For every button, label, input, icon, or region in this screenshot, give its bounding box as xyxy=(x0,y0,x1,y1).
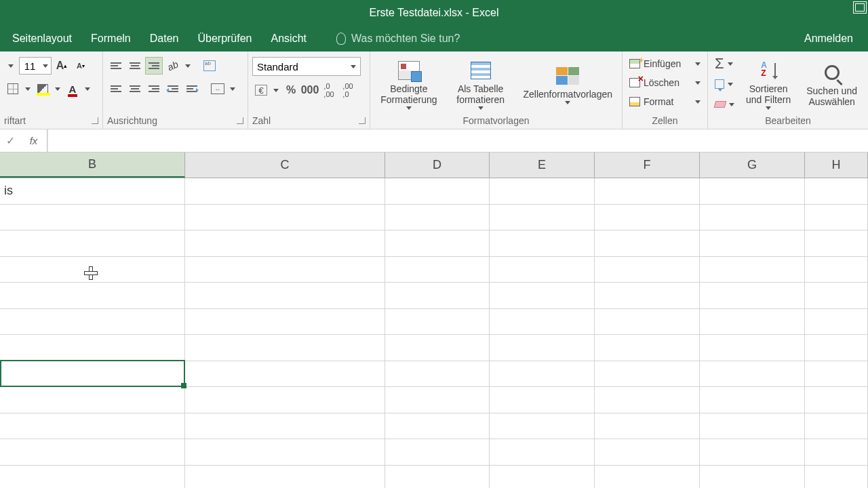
cell[interactable] xyxy=(700,309,805,335)
cell[interactable] xyxy=(0,205,185,230)
wrap-text-button[interactable] xyxy=(201,57,218,75)
cell[interactable] xyxy=(385,309,490,335)
tab-daten[interactable]: Daten xyxy=(140,26,189,52)
sort-filter-button[interactable]: Sortieren und Filtern xyxy=(740,58,797,111)
cell[interactable] xyxy=(185,335,385,361)
find-select-button[interactable]: Suchen und Auswählen xyxy=(800,60,864,108)
cell[interactable] xyxy=(490,439,595,465)
cell[interactable] xyxy=(385,205,490,230)
cell[interactable] xyxy=(700,466,805,489)
cell[interactable] xyxy=(805,178,868,204)
cell[interactable] xyxy=(805,230,868,256)
cell[interactable] xyxy=(0,283,185,308)
font-color-button[interactable]: A xyxy=(64,80,81,98)
cell[interactable] xyxy=(185,230,385,256)
cell[interactable] xyxy=(805,335,868,361)
cell[interactable] xyxy=(0,387,185,413)
column-header-B[interactable]: B xyxy=(0,152,185,178)
align-left-button[interactable] xyxy=(107,80,125,98)
cell[interactable] xyxy=(595,439,700,465)
column-header-C[interactable]: C xyxy=(185,152,385,178)
fill-color-dropdown[interactable] xyxy=(53,80,62,98)
borders-dropdown[interactable] xyxy=(23,80,33,98)
sign-in-link[interactable]: Anmelden xyxy=(792,33,865,45)
insert-cells-button[interactable]: Einfügen xyxy=(627,54,703,73)
cell[interactable] xyxy=(805,283,868,308)
cell[interactable] xyxy=(385,230,490,256)
cell-styles-button[interactable]: Zellenformatvorlagen xyxy=(517,63,618,106)
column-header-D[interactable]: D xyxy=(385,152,490,178)
conditional-formatting-button[interactable]: Bedingte Formatierung xyxy=(374,58,443,111)
cell[interactable] xyxy=(595,309,700,335)
decrease-indent-button[interactable] xyxy=(164,80,182,98)
increase-indent-button[interactable] xyxy=(183,80,201,98)
merge-center-button[interactable]: ↔ xyxy=(209,80,226,98)
tab-ansicht[interactable]: Ansicht xyxy=(262,26,316,52)
cell[interactable] xyxy=(700,439,805,465)
cell[interactable] xyxy=(385,361,490,387)
align-bottom-button[interactable] xyxy=(145,57,163,75)
autosum-button[interactable]: Σ xyxy=(712,56,737,72)
cell[interactable] xyxy=(385,466,490,489)
font-dialog-launcher[interactable] xyxy=(92,117,98,124)
font-name-dropdown[interactable] xyxy=(4,57,18,75)
cell[interactable] xyxy=(385,413,490,439)
cell[interactable] xyxy=(595,178,700,204)
cell[interactable] xyxy=(700,413,805,439)
cell[interactable] xyxy=(490,335,595,361)
cell[interactable] xyxy=(805,439,868,465)
cell[interactable] xyxy=(0,466,185,489)
cell[interactable] xyxy=(185,178,385,204)
cell[interactable] xyxy=(185,466,385,489)
cell[interactable] xyxy=(595,205,700,230)
cell[interactable] xyxy=(185,205,385,230)
cell[interactable] xyxy=(385,257,490,283)
cell[interactable] xyxy=(805,387,868,413)
clear-button[interactable] xyxy=(712,96,737,113)
restore-window-button[interactable] xyxy=(853,1,867,14)
cell[interactable] xyxy=(0,230,185,256)
cell[interactable] xyxy=(700,361,805,387)
tab-seitenlayout[interactable]: Seitenlayout xyxy=(3,26,81,52)
column-header-G[interactable]: G xyxy=(700,152,805,178)
tab-formeln[interactable]: Formeln xyxy=(81,26,140,52)
cell[interactable] xyxy=(700,205,805,230)
decrease-font-button[interactable]: A▾ xyxy=(72,57,90,75)
number-format-combo[interactable]: Standard xyxy=(252,57,361,76)
alignment-dialog-launcher[interactable] xyxy=(237,117,243,124)
cell[interactable] xyxy=(0,257,185,283)
column-header-E[interactable]: E xyxy=(490,152,595,178)
cell[interactable] xyxy=(805,257,868,283)
fill-color-button[interactable] xyxy=(34,80,52,98)
cell[interactable] xyxy=(805,205,868,230)
align-right-button[interactable] xyxy=(145,80,163,98)
cell[interactable] xyxy=(595,466,700,489)
format-as-table-button[interactable]: Als Tabelle formatieren xyxy=(446,58,515,111)
increase-font-button[interactable]: A▴ xyxy=(53,57,71,75)
cell[interactable] xyxy=(0,439,185,465)
fx-label[interactable]: fx xyxy=(20,129,47,152)
percent-button[interactable]: % xyxy=(282,81,300,99)
cell[interactable] xyxy=(385,335,490,361)
cell[interactable] xyxy=(185,387,385,413)
cell[interactable] xyxy=(805,361,868,387)
cell[interactable] xyxy=(185,283,385,308)
format-cells-button[interactable]: Format xyxy=(627,92,703,111)
cell[interactable] xyxy=(700,257,805,283)
cell[interactable] xyxy=(700,283,805,308)
cell[interactable]: is xyxy=(0,178,185,204)
formula-cancel-button[interactable]: ✓ xyxy=(0,129,20,152)
fill-button[interactable] xyxy=(712,76,737,92)
increase-decimal-button[interactable]: ,0,00 xyxy=(320,81,338,99)
cell[interactable] xyxy=(700,387,805,413)
cell[interactable] xyxy=(185,439,385,465)
currency-dropdown[interactable] xyxy=(271,81,281,99)
comma-style-button[interactable]: 000 xyxy=(301,81,319,99)
font-size-input[interactable] xyxy=(20,60,40,72)
cell[interactable] xyxy=(700,230,805,256)
cell[interactable] xyxy=(700,178,805,204)
cell[interactable] xyxy=(805,413,868,439)
cell[interactable] xyxy=(805,309,868,335)
tab-ueberpruefen[interactable]: Überprüfen xyxy=(188,26,261,52)
cell[interactable] xyxy=(385,178,490,204)
